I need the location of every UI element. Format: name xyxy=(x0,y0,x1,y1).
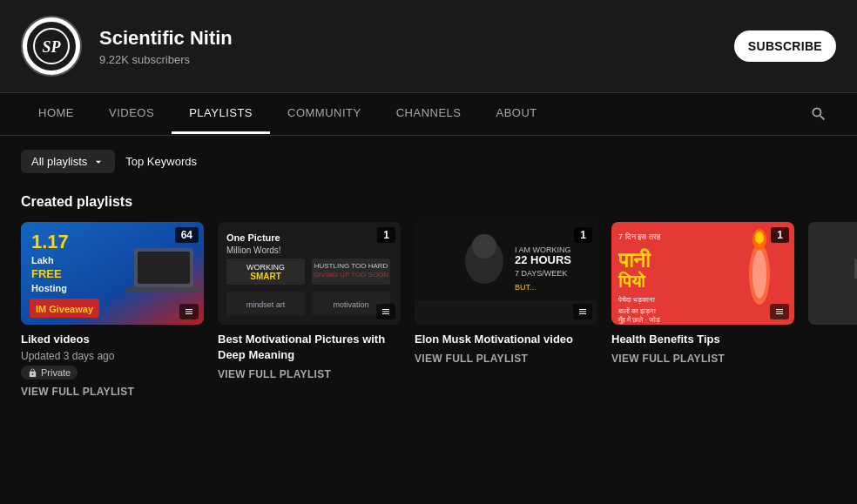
section-title: Created playlists xyxy=(0,187,857,222)
playlist-meta-liked: Updated 3 days ago xyxy=(21,350,204,362)
playlist-thumb-extra: ▶ xyxy=(808,222,857,325)
count-badge-health: 1 xyxy=(771,227,789,243)
filters-bar: All playlists Top Keywords xyxy=(0,136,857,187)
svg-text:▶: ▶ xyxy=(854,251,858,282)
channel-subscribers: 9.22K subscribers xyxy=(99,53,717,66)
svg-text:BUT...: BUT... xyxy=(515,283,536,292)
playlists-row: 1.17 Lakh FREE Hosting IM Giveaway 64 Li… xyxy=(0,222,857,398)
playlist-card-motivational[interactable]: One Picture Million Words! WORKING SMART… xyxy=(218,222,401,398)
svg-text:WORKING: WORKING xyxy=(246,263,285,272)
svg-text:7 दिन इस तरह: 7 दिन इस तरह xyxy=(618,232,661,241)
playlist-queue-icon-motivational xyxy=(376,304,395,319)
svg-text:HUSTLING TOO HARD: HUSTLING TOO HARD xyxy=(314,262,388,270)
count-badge-motivational: 1 xyxy=(377,227,395,243)
svg-text:IM Giveaway: IM Giveaway xyxy=(36,304,94,314)
svg-text:FREE: FREE xyxy=(31,267,62,280)
queue-icon xyxy=(577,306,588,317)
svg-text:Million Words!: Million Words! xyxy=(226,245,281,255)
playlist-card-health[interactable]: 7 दिन इस तरह पानी पियो पेचेदा धड़काना बा… xyxy=(611,222,794,398)
svg-point-41 xyxy=(752,250,766,299)
view-full-playlist-motivational[interactable]: VIEW FULL PLAYLIST xyxy=(218,368,401,380)
svg-text:GIVING UP TOO SOON: GIVING UP TOO SOON xyxy=(314,271,388,279)
svg-rect-32 xyxy=(415,300,597,325)
svg-text:22 HOURS: 22 HOURS xyxy=(515,253,571,266)
channel-header: SP Scientific Nitin 9.22K subscribers SU… xyxy=(0,0,857,93)
playlist-thumb-health: 7 दिन इस तरह पानी पियो पेचेदा धड़काना बा… xyxy=(611,222,794,325)
lock-icon xyxy=(28,368,37,378)
search-button[interactable] xyxy=(801,93,836,135)
svg-rect-44 xyxy=(808,222,857,325)
avatar-logo: SP xyxy=(32,27,71,65)
svg-text:SMART: SMART xyxy=(250,272,281,281)
nav-community[interactable]: COMMUNITY xyxy=(270,94,379,134)
nav-about[interactable]: ABOUT xyxy=(479,94,555,134)
svg-text:7 DAYS/WEEK: 7 DAYS/WEEK xyxy=(515,269,567,278)
channel-name: Scientific Nitin xyxy=(99,27,717,50)
elon-thumb-svg: I AM WORKING 22 HOURS 7 DAYS/WEEK BUT... xyxy=(415,222,597,325)
playlist-title-elon: Elon Musk Motivational video xyxy=(415,332,597,347)
playlist-thumb-liked: 1.17 Lakh FREE Hosting IM Giveaway 64 xyxy=(21,222,204,325)
nav-home[interactable]: HOME xyxy=(21,94,91,134)
nav-playlists[interactable]: PLAYLISTS xyxy=(172,94,270,134)
private-badge: Private xyxy=(21,366,78,380)
playlist-card-elon[interactable]: I AM WORKING 22 HOURS 7 DAYS/WEEK BUT...… xyxy=(415,222,597,398)
channel-nav: HOME VIDEOS PLAYLISTS COMMUNITY CHANNELS… xyxy=(0,93,857,136)
svg-point-43 xyxy=(755,232,764,244)
top-keywords-filter[interactable]: Top Keywords xyxy=(125,155,197,168)
all-playlists-filter[interactable]: All playlists xyxy=(21,150,115,173)
playlist-card-extra[interactable]: ▶ xyxy=(808,222,857,398)
svg-text:mindset art: mindset art xyxy=(246,300,286,309)
playlist-title-health: Health Benefits Tips xyxy=(611,332,794,347)
playlist-queue-icon-liked xyxy=(179,304,199,319)
channel-info: Scientific Nitin 9.22K subscribers xyxy=(99,27,717,66)
extra-thumb-svg: ▶ xyxy=(808,222,857,325)
playlist-thumb-motivational: One Picture Million Words! WORKING SMART… xyxy=(218,222,401,325)
subscribe-button[interactable]: SUBSCRIBE xyxy=(734,30,836,62)
svg-text:1.17: 1.17 xyxy=(31,231,69,252)
svg-text:One Picture: One Picture xyxy=(226,232,280,243)
svg-text:मुँह में छाले · जोड़: मुँह में छाले · जोड़ xyxy=(617,315,660,325)
queue-icon xyxy=(381,306,391,317)
motivational-thumb-svg: One Picture Million Words! WORKING SMART… xyxy=(218,222,401,325)
playlist-queue-icon-elon xyxy=(573,304,592,319)
nav-channels[interactable]: CHANNELS xyxy=(379,94,479,134)
svg-text:Lakh: Lakh xyxy=(31,255,54,265)
playlist-title-motivational: Best Motivational Pictures with Deep Mea… xyxy=(218,332,401,363)
svg-text:motivation: motivation xyxy=(333,300,368,309)
nav-videos[interactable]: VIDEOS xyxy=(91,94,172,134)
health-thumb-svg: 7 दिन इस तरह पानी पियो पेचेदा धड़काना बा… xyxy=(611,222,794,325)
view-full-playlist-liked[interactable]: VIEW FULL PLAYLIST xyxy=(21,386,204,398)
chevron-down-icon xyxy=(92,156,105,168)
count-badge-liked: 64 xyxy=(175,227,199,243)
search-icon xyxy=(810,105,827,123)
view-full-playlist-elon[interactable]: VIEW FULL PLAYLIST xyxy=(415,353,597,365)
svg-text:पियो: पियो xyxy=(617,271,646,291)
playlist-thumb-elon: I AM WORKING 22 HOURS 7 DAYS/WEEK BUT...… xyxy=(415,222,597,325)
playlist-title-liked: Liked videos xyxy=(21,332,204,347)
svg-rect-11 xyxy=(125,287,202,292)
svg-point-27 xyxy=(472,234,496,259)
view-full-playlist-health[interactable]: VIEW FULL PLAYLIST xyxy=(611,353,794,365)
playlist-card-liked[interactable]: 1.17 Lakh FREE Hosting IM Giveaway 64 Li… xyxy=(21,222,204,398)
queue-icon xyxy=(184,306,194,317)
svg-text:पानी: पानी xyxy=(617,248,651,272)
avatar: SP xyxy=(21,16,82,77)
svg-text:बालों का झड़ना: बालों का झड़ना xyxy=(617,306,656,315)
queue-icon xyxy=(774,306,785,317)
svg-rect-10 xyxy=(138,252,190,284)
svg-text:पेचेदा धड़काना: पेचेदा धड़काना xyxy=(617,295,655,304)
svg-text:SP: SP xyxy=(42,38,61,56)
playlist-queue-icon-health xyxy=(770,304,789,319)
count-badge-elon: 1 xyxy=(574,227,592,243)
svg-text:Hosting: Hosting xyxy=(31,283,67,293)
